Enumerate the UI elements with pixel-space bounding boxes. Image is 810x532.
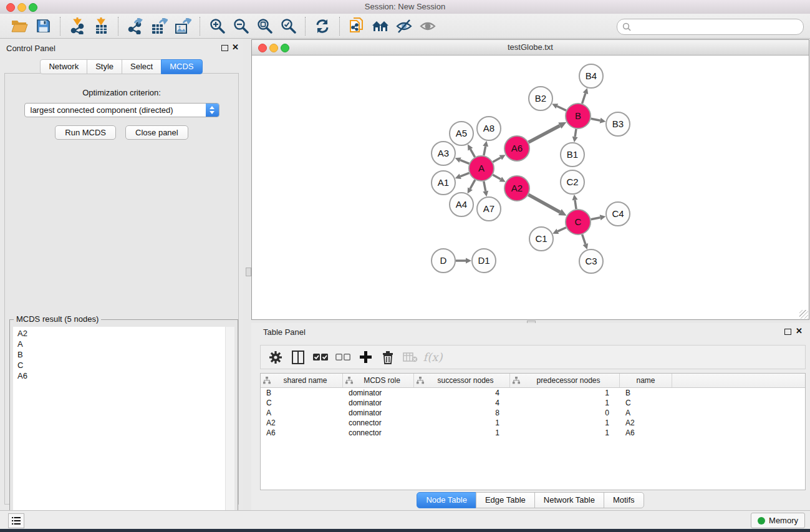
tab-mcds[interactable]: MCDS <box>161 59 202 74</box>
tab-motifs[interactable]: Motifs <box>604 492 644 508</box>
show-columns-button[interactable] <box>288 348 308 367</box>
edge-A-A8[interactable] <box>483 141 488 156</box>
zoom-selected-button[interactable] <box>276 16 300 37</box>
network-close-traffic-light[interactable] <box>258 44 267 52</box>
export-network-button[interactable] <box>123 16 147 37</box>
run-mcds-button[interactable]: Run MCDS <box>55 125 116 140</box>
tab-node-table[interactable]: Node Table <box>417 492 476 508</box>
node-B4[interactable]: B4 <box>579 64 603 88</box>
edge-C-C1[interactable] <box>552 228 566 234</box>
edge-B-B1[interactable] <box>572 129 578 142</box>
close-panel-icon[interactable]: ✕ <box>232 42 239 52</box>
table-settings-button[interactable] <box>266 348 286 367</box>
tab-network[interactable]: Network <box>40 59 87 74</box>
node-C2[interactable]: C2 <box>561 170 584 194</box>
edge-C-C4[interactable] <box>591 215 606 220</box>
column-header-name[interactable]: name <box>620 374 672 387</box>
table-row[interactable]: Cdominator41C <box>261 398 805 408</box>
edge-B-B4[interactable] <box>582 88 589 104</box>
vertical-splitter-handle[interactable] <box>246 268 251 276</box>
network-window-titlebar[interactable]: testGlobe.txt <box>252 40 809 56</box>
column-header-successor-nodes[interactable]: successor nodes <box>414 374 510 387</box>
tab-select[interactable]: Select <box>122 59 162 74</box>
close-window-traffic-light[interactable] <box>6 3 15 12</box>
node-C1[interactable]: C1 <box>529 227 553 251</box>
table-row[interactable]: A2connector11A2 <box>261 418 805 428</box>
zoom-window-traffic-light[interactable] <box>29 3 37 12</box>
add-column-button[interactable] <box>355 348 375 367</box>
mcds-result-item[interactable]: C <box>13 360 226 371</box>
import-table-button[interactable] <box>89 16 113 37</box>
edge-A-A1[interactable] <box>455 173 470 179</box>
hide-selected-button[interactable] <box>392 16 416 37</box>
close-table-panel-icon[interactable]: ✕ <box>796 326 803 336</box>
column-header-MCDS-role[interactable]: MCDS role <box>343 374 414 387</box>
edge-D-D1[interactable] <box>456 258 471 264</box>
float-table-panel-icon[interactable] <box>784 329 791 335</box>
edge-A6-B[interactable] <box>529 122 567 142</box>
memory-button[interactable]: Memory <box>751 513 805 528</box>
open-session-button[interactable] <box>7 16 31 37</box>
edge-A-A4[interactable] <box>468 180 475 193</box>
float-panel-icon[interactable] <box>221 45 228 51</box>
search-input[interactable] <box>631 22 803 32</box>
select-all-rows-button[interactable] <box>311 348 330 367</box>
node-B2[interactable]: B2 <box>529 87 552 110</box>
edge-B-B3[interactable] <box>591 118 606 123</box>
show-panels-menu-button[interactable] <box>8 513 24 528</box>
tab-edge-table[interactable]: Edge Table <box>476 492 535 508</box>
table-row[interactable]: Adominator80A <box>261 408 805 418</box>
show-all-button[interactable] <box>416 16 440 37</box>
column-header-shared-name[interactable]: shared name <box>261 374 343 387</box>
table-row[interactable]: A6connector11A6 <box>261 428 805 438</box>
node-C3[interactable]: C3 <box>579 249 603 273</box>
edge-A-A6[interactable] <box>493 155 505 162</box>
edge-C-C3[interactable] <box>582 235 588 249</box>
node-D1[interactable]: D1 <box>472 249 496 273</box>
network-canvas[interactable]: B4B2BB3A8A5A6A3B1AA1C2A2A4A7C4CC1C3DD1 <box>252 56 809 319</box>
table-row[interactable]: Bdominator41B <box>261 388 805 398</box>
node-A8[interactable]: A8 <box>477 117 501 140</box>
node-D[interactable]: D <box>432 249 455 273</box>
edge-A-A2[interactable] <box>493 175 505 181</box>
edge-A-A3[interactable] <box>455 157 470 163</box>
node-A1[interactable]: A1 <box>432 171 455 195</box>
export-image-button[interactable] <box>171 16 195 37</box>
tab-network-table[interactable]: Network Table <box>534 492 604 508</box>
zoom-fit-button[interactable] <box>253 16 276 37</box>
node-A4[interactable]: A4 <box>450 193 473 216</box>
mcds-result-item[interactable]: A6 <box>13 371 226 382</box>
deselect-all-rows-button[interactable] <box>333 348 353 367</box>
mcds-result-item[interactable]: A2 <box>13 329 226 339</box>
node-A5[interactable]: A5 <box>450 122 473 145</box>
close-panel-button[interactable]: Close panel <box>125 125 188 140</box>
node-B3[interactable]: B3 <box>606 112 630 136</box>
homes-button[interactable] <box>369 16 392 37</box>
edge-A-A5[interactable] <box>468 144 475 157</box>
edge-A2-C[interactable] <box>528 195 566 216</box>
node-C4[interactable]: C4 <box>606 202 630 226</box>
edge-B-B2[interactable] <box>552 104 566 110</box>
import-network-button[interactable] <box>65 16 89 37</box>
mcds-result-item[interactable]: A <box>13 339 226 350</box>
delete-table-button[interactable] <box>400 348 420 367</box>
node-A6[interactable]: A6 <box>504 136 529 161</box>
result-list-scrollbar[interactable] <box>225 327 234 528</box>
node-B1[interactable]: B1 <box>561 143 584 167</box>
node-A[interactable]: A <box>469 156 494 181</box>
edge-A-A7[interactable] <box>483 181 488 197</box>
zoom-out-button[interactable] <box>229 16 253 37</box>
minimize-window-traffic-light[interactable] <box>17 3 26 12</box>
delete-columns-button[interactable] <box>378 348 398 367</box>
function-builder-button[interactable]: f(x) <box>423 348 443 367</box>
mcds-result-item[interactable]: B <box>13 350 226 360</box>
zoom-in-button[interactable] <box>205 16 229 37</box>
edge-C-C2[interactable] <box>572 195 578 209</box>
node-A3[interactable]: A3 <box>432 142 455 165</box>
node-A2[interactable]: A2 <box>504 176 529 201</box>
duplicate-network-button[interactable] <box>345 16 369 37</box>
window-resize-grip[interactable] <box>799 310 808 319</box>
criterion-dropdown[interactable]: largest connected component (directed) <box>24 103 219 117</box>
refresh-layout-button[interactable] <box>311 16 334 37</box>
tab-style[interactable]: Style <box>87 59 122 74</box>
